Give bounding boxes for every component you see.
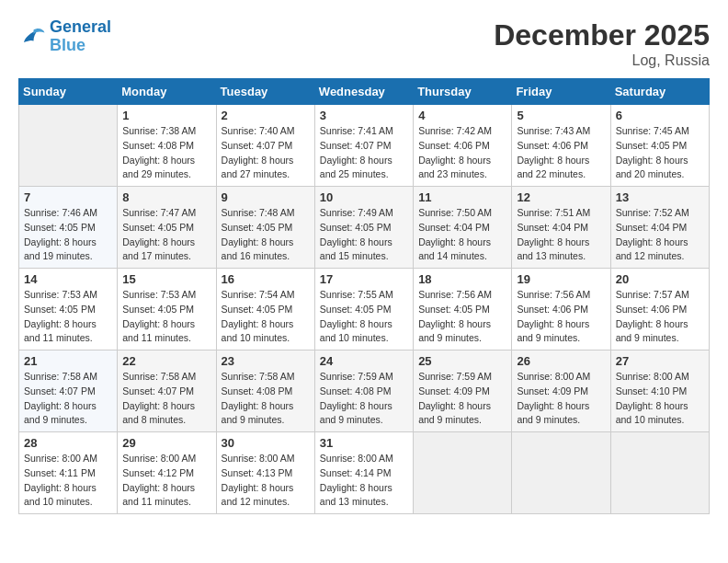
page-header: General Blue December 2025 Log, Russia	[18, 18, 710, 69]
logo: General Blue	[18, 18, 111, 55]
day-info: Sunrise: 7:52 AMSunset: 4:04 PMDaylight:…	[616, 206, 704, 264]
calendar-cell: 14Sunrise: 7:53 AMSunset: 4:05 PMDayligh…	[19, 269, 118, 350]
calendar-cell: 11Sunrise: 7:50 AMSunset: 4:04 PMDayligh…	[414, 187, 512, 269]
day-number: 30	[222, 436, 310, 450]
calendar-header-saturday: Saturday	[610, 79, 709, 105]
calendar-cell: 5Sunrise: 7:43 AMSunset: 4:06 PMDaylight…	[512, 105, 610, 187]
day-info: Sunrise: 7:59 AMSunset: 4:08 PMDaylight:…	[320, 370, 408, 428]
day-info: Sunrise: 7:41 AMSunset: 4:07 PMDaylight:…	[320, 124, 408, 182]
logo-icon	[18, 23, 46, 51]
day-info: Sunrise: 7:48 AMSunset: 4:05 PMDaylight:…	[222, 206, 310, 264]
calendar-header-tuesday: Tuesday	[216, 79, 314, 105]
day-number: 18	[418, 272, 506, 286]
calendar-cell: 29Sunrise: 8:00 AMSunset: 4:12 PMDayligh…	[118, 432, 216, 514]
calendar-header-wednesday: Wednesday	[314, 79, 413, 105]
day-number: 2	[222, 109, 310, 122]
day-info: Sunrise: 7:46 AMSunset: 4:05 PMDaylight:…	[24, 206, 112, 264]
day-info: Sunrise: 7:56 AMSunset: 4:06 PMDaylight:…	[517, 288, 605, 346]
day-info: Sunrise: 7:53 AMSunset: 4:05 PMDaylight:…	[24, 288, 112, 346]
calendar-cell: 26Sunrise: 8:00 AMSunset: 4:09 PMDayligh…	[512, 350, 610, 432]
calendar-cell: 10Sunrise: 7:49 AMSunset: 4:05 PMDayligh…	[314, 187, 413, 269]
day-number: 26	[517, 354, 605, 368]
day-info: Sunrise: 8:00 AMSunset: 4:14 PMDaylight:…	[320, 452, 408, 510]
day-number: 27	[616, 354, 704, 368]
day-number: 21	[24, 354, 112, 368]
day-number: 11	[418, 190, 506, 204]
day-info: Sunrise: 8:00 AMSunset: 4:09 PMDaylight:…	[517, 370, 605, 428]
day-info: Sunrise: 7:43 AMSunset: 4:06 PMDaylight:…	[517, 124, 605, 182]
day-number: 15	[122, 272, 210, 286]
calendar-cell: 18Sunrise: 7:56 AMSunset: 4:05 PMDayligh…	[414, 269, 512, 350]
day-info: Sunrise: 7:58 AMSunset: 4:07 PMDaylight:…	[122, 370, 210, 428]
day-number: 13	[616, 190, 704, 204]
day-number: 4	[418, 109, 506, 122]
calendar-cell	[512, 432, 610, 514]
day-info: Sunrise: 7:58 AMSunset: 4:07 PMDaylight:…	[24, 370, 112, 428]
logo-text: General Blue	[50, 18, 111, 55]
day-info: Sunrise: 7:56 AMSunset: 4:05 PMDaylight:…	[418, 288, 506, 346]
day-info: Sunrise: 7:59 AMSunset: 4:09 PMDaylight:…	[418, 370, 506, 428]
location: Log, Russia	[494, 52, 710, 69]
day-number: 1	[122, 109, 210, 122]
day-info: Sunrise: 7:38 AMSunset: 4:08 PMDaylight:…	[122, 124, 210, 182]
day-number: 20	[616, 272, 704, 286]
calendar-week-row: 21Sunrise: 7:58 AMSunset: 4:07 PMDayligh…	[19, 350, 710, 432]
month-title: December 2025	[494, 18, 710, 52]
calendar-cell: 24Sunrise: 7:59 AMSunset: 4:08 PMDayligh…	[314, 350, 413, 432]
day-number: 22	[122, 354, 210, 368]
day-number: 8	[122, 190, 210, 204]
day-number: 14	[24, 272, 112, 286]
calendar-cell: 6Sunrise: 7:45 AMSunset: 4:05 PMDaylight…	[610, 105, 709, 187]
calendar-cell: 19Sunrise: 7:56 AMSunset: 4:06 PMDayligh…	[512, 269, 610, 350]
day-number: 5	[517, 109, 605, 122]
calendar-cell: 16Sunrise: 7:54 AMSunset: 4:05 PMDayligh…	[216, 269, 314, 350]
day-info: Sunrise: 8:00 AMSunset: 4:13 PMDaylight:…	[222, 452, 310, 510]
day-number: 29	[122, 436, 210, 450]
day-number: 10	[320, 190, 408, 204]
calendar-cell: 8Sunrise: 7:47 AMSunset: 4:05 PMDaylight…	[118, 187, 216, 269]
calendar-cell: 28Sunrise: 8:00 AMSunset: 4:11 PMDayligh…	[19, 432, 118, 514]
calendar-cell	[414, 432, 512, 514]
calendar-cell: 12Sunrise: 7:51 AMSunset: 4:04 PMDayligh…	[512, 187, 610, 269]
calendar-cell: 15Sunrise: 7:53 AMSunset: 4:05 PMDayligh…	[118, 269, 216, 350]
day-number: 3	[320, 109, 408, 122]
calendar-cell: 31Sunrise: 8:00 AMSunset: 4:14 PMDayligh…	[314, 432, 413, 514]
day-number: 6	[616, 109, 704, 122]
day-info: Sunrise: 7:49 AMSunset: 4:05 PMDaylight:…	[320, 206, 408, 264]
calendar-cell: 17Sunrise: 7:55 AMSunset: 4:05 PMDayligh…	[314, 269, 413, 350]
day-number: 24	[320, 354, 408, 368]
calendar-cell: 3Sunrise: 7:41 AMSunset: 4:07 PMDaylight…	[314, 105, 413, 187]
calendar-week-row: 1Sunrise: 7:38 AMSunset: 4:08 PMDaylight…	[19, 105, 710, 187]
day-info: Sunrise: 7:51 AMSunset: 4:04 PMDaylight:…	[517, 206, 605, 264]
calendar-cell: 30Sunrise: 8:00 AMSunset: 4:13 PMDayligh…	[216, 432, 314, 514]
title-block: December 2025 Log, Russia	[494, 18, 710, 69]
day-number: 16	[222, 272, 310, 286]
calendar-cell: 1Sunrise: 7:38 AMSunset: 4:08 PMDaylight…	[118, 105, 216, 187]
calendar-cell	[19, 105, 118, 187]
day-info: Sunrise: 7:53 AMSunset: 4:05 PMDaylight:…	[122, 288, 210, 346]
day-info: Sunrise: 7:54 AMSunset: 4:05 PMDaylight:…	[222, 288, 310, 346]
calendar-cell: 9Sunrise: 7:48 AMSunset: 4:05 PMDaylight…	[216, 187, 314, 269]
day-info: Sunrise: 8:00 AMSunset: 4:10 PMDaylight:…	[616, 370, 704, 428]
calendar-cell: 13Sunrise: 7:52 AMSunset: 4:04 PMDayligh…	[610, 187, 709, 269]
calendar-cell: 20Sunrise: 7:57 AMSunset: 4:06 PMDayligh…	[610, 269, 709, 350]
day-number: 7	[24, 190, 112, 204]
calendar-week-row: 14Sunrise: 7:53 AMSunset: 4:05 PMDayligh…	[19, 269, 710, 350]
day-number: 19	[517, 272, 605, 286]
calendar-cell	[610, 432, 709, 514]
calendar-cell: 21Sunrise: 7:58 AMSunset: 4:07 PMDayligh…	[19, 350, 118, 432]
day-info: Sunrise: 7:47 AMSunset: 4:05 PMDaylight:…	[122, 206, 210, 264]
day-number: 23	[222, 354, 310, 368]
calendar-header-row: SundayMondayTuesdayWednesdayThursdayFrid…	[19, 79, 710, 105]
day-info: Sunrise: 7:40 AMSunset: 4:07 PMDaylight:…	[222, 124, 310, 182]
calendar-table: SundayMondayTuesdayWednesdayThursdayFrid…	[18, 78, 710, 514]
day-info: Sunrise: 8:00 AMSunset: 4:11 PMDaylight:…	[24, 452, 112, 510]
day-number: 12	[517, 190, 605, 204]
calendar-week-row: 28Sunrise: 8:00 AMSunset: 4:11 PMDayligh…	[19, 432, 710, 514]
calendar-cell: 25Sunrise: 7:59 AMSunset: 4:09 PMDayligh…	[414, 350, 512, 432]
calendar-header-sunday: Sunday	[19, 79, 118, 105]
calendar-cell: 4Sunrise: 7:42 AMSunset: 4:06 PMDaylight…	[414, 105, 512, 187]
day-number: 31	[320, 436, 408, 450]
calendar-header-thursday: Thursday	[414, 79, 512, 105]
calendar-cell: 23Sunrise: 7:58 AMSunset: 4:08 PMDayligh…	[216, 350, 314, 432]
